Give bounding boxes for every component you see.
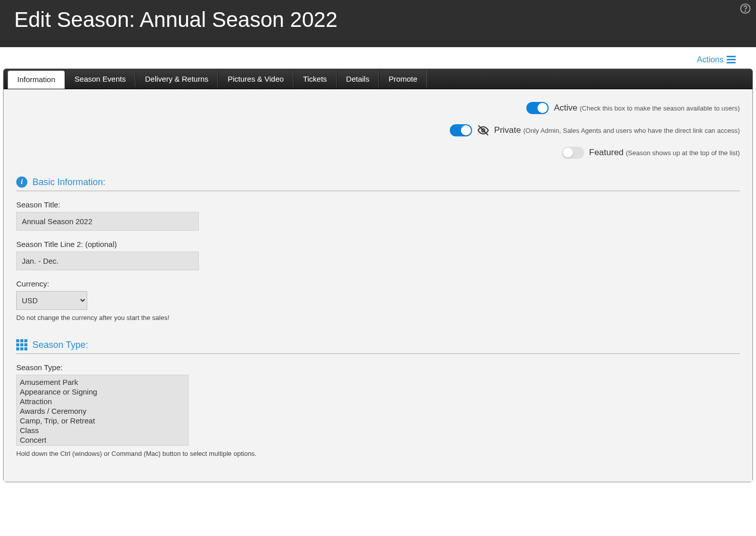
toggle-private-row: Private (Only Admin, Sales Agents and us… xyxy=(16,124,740,136)
season-type-option[interactable]: Attraction xyxy=(20,397,185,406)
toggle-featured-label: Featured (Season shows up at the top of … xyxy=(589,148,740,158)
season-type-option[interactable]: Awards / Ceremony xyxy=(20,406,185,416)
tab-pictures-video[interactable]: Pictures & Video xyxy=(218,70,294,87)
toggle-active[interactable] xyxy=(526,102,549,114)
toggle-private[interactable] xyxy=(450,124,472,136)
toggle-active-row: Active (Check this box to make the seaso… xyxy=(16,102,740,114)
tab-content: Active (Check this box to make the seaso… xyxy=(4,89,752,482)
tab-season-events[interactable]: Season Events xyxy=(65,70,135,87)
season-type-option[interactable]: Class xyxy=(20,425,185,435)
tab-details[interactable]: Details xyxy=(337,70,379,87)
season-type-option[interactable]: Concert xyxy=(20,435,185,445)
season-type-hint: Hold down the Ctrl (windows) or Command … xyxy=(16,450,740,457)
season-type-multiselect[interactable]: Amusement Park Appearance or Signing Att… xyxy=(16,375,189,446)
svg-point-1 xyxy=(745,11,745,11)
field-season-title-2: Season Title Line 2: (optional) xyxy=(16,240,740,270)
field-currency: Currency: USD Do not change the currency… xyxy=(16,279,740,321)
section-type-header: Season Type: xyxy=(16,339,740,354)
season-type-option[interactable]: Conference xyxy=(20,445,185,446)
field-season-title: Season Title: xyxy=(16,200,740,231)
toggle-active-label: Active (Check this box to make the seaso… xyxy=(554,103,740,113)
main-panel: Information Season Events Delivery & Ret… xyxy=(3,68,753,482)
section-type-title: Season Type: xyxy=(32,340,88,350)
season-title-input[interactable] xyxy=(16,212,199,231)
season-title-label: Season Title: xyxy=(16,200,740,209)
page-title: Edit Season: Annual Season 2022 xyxy=(14,8,742,32)
tab-delivery-returns[interactable]: Delivery & Returns xyxy=(135,70,218,87)
season-type-option[interactable]: Appearance or Signing xyxy=(20,387,185,397)
currency-label: Currency: xyxy=(16,279,740,288)
page-header: Edit Season: Annual Season 2022 xyxy=(0,0,756,47)
tab-tickets[interactable]: Tickets xyxy=(294,70,337,87)
info-icon: i xyxy=(16,176,27,188)
grid-icon xyxy=(16,339,27,350)
season-title-2-label: Season Title Line 2: (optional) xyxy=(16,240,740,248)
actions-bar: Actions xyxy=(0,47,756,68)
eye-slash-icon xyxy=(477,124,489,136)
season-type-option[interactable]: Amusement Park xyxy=(20,377,185,387)
season-type-option[interactable]: Camp, Trip, or Retreat xyxy=(20,416,185,425)
tab-information[interactable]: Information xyxy=(8,70,65,89)
toggle-private-label: Private (Only Admin, Sales Agents and us… xyxy=(494,125,740,135)
section-basic-header: i Basic Information: xyxy=(16,176,740,191)
section-basic-title: Basic Information: xyxy=(32,177,105,188)
toggle-featured[interactable] xyxy=(562,147,584,159)
toggle-featured-row: Featured (Season shows up at the top of … xyxy=(16,147,740,159)
currency-select[interactable]: USD xyxy=(16,291,87,310)
season-title-2-input[interactable] xyxy=(16,252,199,270)
actions-menu-button[interactable]: Actions xyxy=(697,55,736,64)
help-icon[interactable] xyxy=(740,3,751,17)
season-type-label: Season Type: xyxy=(16,363,740,372)
currency-warning: Do not change the currency after you sta… xyxy=(16,314,740,321)
tab-promote[interactable]: Promote xyxy=(379,70,427,87)
field-season-type: Season Type: Amusement Park Appearance o… xyxy=(16,363,740,457)
actions-label: Actions xyxy=(697,55,724,64)
tab-bar: Information Season Events Delivery & Ret… xyxy=(4,69,752,89)
hamburger-icon xyxy=(727,56,736,63)
